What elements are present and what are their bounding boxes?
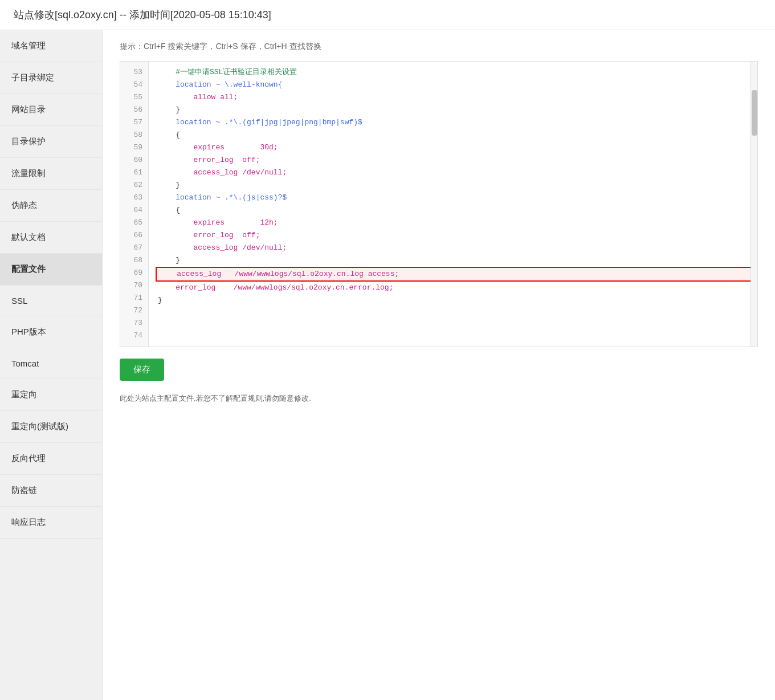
code-line-69: error_log off; (158, 229, 750, 242)
sidebar-item-重定向[interactable]: 重定向 (0, 379, 102, 411)
line-number-72: 72 (120, 304, 148, 317)
scrollbar-thumb[interactable] (752, 90, 757, 136)
line-number-53: 53 (120, 66, 148, 79)
code-line-73: error_log /www/wwwlogs/sql.o2oxy.cn.erro… (158, 282, 750, 294)
sidebar: 域名管理子目录绑定网站目录目录保护流量限制伪静态默认文档配置文件SSLPHP版本… (0, 30, 103, 700)
code-line-66: location ~ .*\.(js|css)?$ (158, 192, 750, 204)
line-number-70: 70 (120, 279, 148, 292)
line-number-64: 64 (120, 204, 148, 217)
sidebar-item-PHP版本[interactable]: PHP版本 (0, 316, 102, 348)
code-line-74: } (158, 294, 750, 307)
sidebar-item-配置文件[interactable]: 配置文件 (0, 254, 102, 286)
line-number-58: 58 (120, 129, 148, 141)
code-line-67: { (158, 204, 750, 217)
line-number-59: 59 (120, 141, 148, 154)
line-number-61: 61 (120, 166, 148, 179)
code-line-64: } (158, 179, 750, 192)
code-editor-wrapper: 5354555657585960616263646566676869707172… (120, 61, 758, 347)
line-number-57: 57 (120, 116, 148, 129)
line-number-63: 63 (120, 192, 148, 204)
main-content: 提示：Ctrl+F 搜索关键字，Ctrl+S 保存，Ctrl+H 查找替换 53… (103, 30, 775, 700)
code-line-62: error_log off; (158, 154, 750, 166)
line-number-69: 69 (120, 267, 148, 279)
line-number-66: 66 (120, 229, 148, 242)
code-line-54: #一键申请SSL证书验证目录相关设置 (158, 66, 750, 79)
sidebar-item-伪静态[interactable]: 伪静态 (0, 190, 102, 222)
line-number-60: 60 (120, 154, 148, 166)
sidebar-item-Tomcat[interactable]: Tomcat (0, 348, 102, 379)
line-number-62: 62 (120, 179, 148, 192)
code-line-72: access_log /www/wwwlogs/sql.o2oxy.cn.log… (156, 267, 750, 282)
footer-note: 此处为站点主配置文件,若您不了解配置规则,请勿随意修改. (120, 393, 758, 404)
line-number-68: 68 (120, 254, 148, 267)
line-number-65: 65 (120, 217, 148, 229)
code-line-61: expires 30d; (158, 141, 750, 154)
line-number-71: 71 (120, 292, 148, 304)
sidebar-item-反向代理[interactable]: 反向代理 (0, 443, 102, 475)
code-line-59: location ~ .*\.(gif|jpg|jpeg|png|bmp|swf… (158, 116, 750, 129)
sidebar-item-网站目录[interactable]: 网站目录 (0, 94, 102, 126)
line-number-67: 67 (120, 242, 148, 254)
sidebar-item-响应日志[interactable]: 响应日志 (0, 507, 102, 539)
sidebar-item-子目录绑定[interactable]: 子目录绑定 (0, 62, 102, 94)
code-line-68: expires 12h; (158, 217, 750, 229)
code-line-56: allow all; (158, 91, 750, 104)
sidebar-item-流量限制[interactable]: 流量限制 (0, 158, 102, 190)
code-line-60: { (158, 129, 750, 141)
code-line-70: access_log /dev/null; (158, 242, 750, 254)
hint-bar: 提示：Ctrl+F 搜索关键字，Ctrl+S 保存，Ctrl+H 查找替换 (120, 42, 758, 52)
code-line-71: } (158, 254, 750, 267)
sidebar-item-SSL[interactable]: SSL (0, 286, 102, 316)
line-number-55: 55 (120, 91, 148, 104)
sidebar-item-默认文档[interactable]: 默认文档 (0, 222, 102, 254)
sidebar-item-域名管理[interactable]: 域名管理 (0, 30, 102, 62)
code-lines[interactable]: #一键申请SSL证书验证目录相关设置 location ~ \.well-kno… (149, 62, 750, 347)
sidebar-item-目录保护[interactable]: 目录保护 (0, 126, 102, 158)
line-numbers: 5354555657585960616263646566676869707172… (120, 62, 149, 347)
line-number-74: 74 (120, 329, 148, 342)
save-button[interactable]: 保存 (120, 359, 164, 381)
line-number-56: 56 (120, 104, 148, 116)
code-editor[interactable]: 5354555657585960616263646566676869707172… (120, 62, 757, 347)
code-line-57: } (158, 104, 750, 116)
line-number-73: 73 (120, 317, 148, 329)
sidebar-item-防盗链[interactable]: 防盗链 (0, 475, 102, 507)
scrollbar-track[interactable] (750, 62, 757, 347)
page-title: 站点修改[sql.o2oxy.cn] -- 添加时间[2020-05-08 15… (0, 0, 775, 30)
code-line-63: access_log /dev/null; (158, 166, 750, 179)
line-number-54: 54 (120, 79, 148, 91)
code-line-55: location ~ \.well-known{ (158, 79, 750, 91)
sidebar-item-重定向(测试版)[interactable]: 重定向(测试版) (0, 411, 102, 443)
